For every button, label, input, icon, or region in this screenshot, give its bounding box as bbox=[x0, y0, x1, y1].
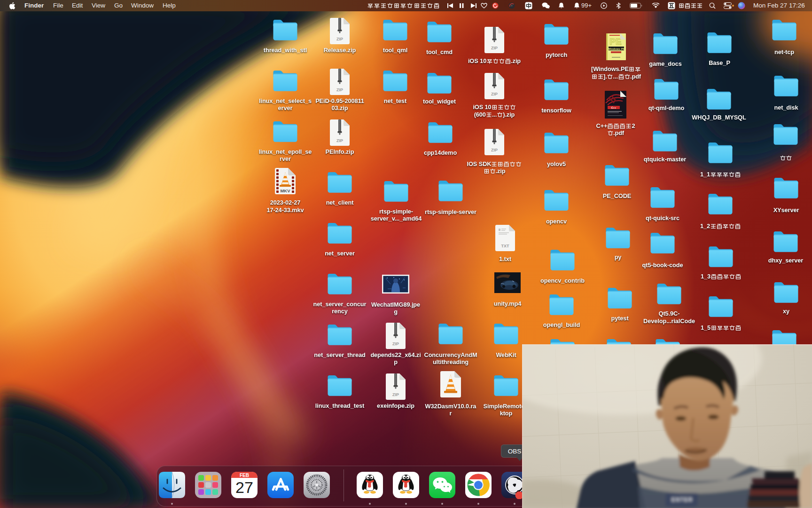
svg-text:ENTER: ENTER bbox=[671, 497, 693, 502]
svg-text:ZIP: ZIP bbox=[491, 92, 498, 96]
svg-text:Windows PE: Windows PE bbox=[608, 47, 625, 50]
svg-text:TXT: TXT bbox=[501, 244, 510, 248]
svg-text:FEB: FEB bbox=[240, 473, 249, 478]
svg-text:C++: C++ bbox=[611, 106, 616, 109]
svg-text:ZIP: ZIP bbox=[491, 46, 498, 50]
svg-text:PE: PE bbox=[609, 37, 621, 47]
svg-text:27: 27 bbox=[235, 478, 253, 496]
svg-text:MKV: MKV bbox=[280, 188, 290, 193]
svg-text:ZIP: ZIP bbox=[336, 87, 343, 92]
svg-text:ZIP: ZIP bbox=[392, 341, 399, 346]
svg-text:ZIP: ZIP bbox=[491, 148, 498, 152]
svg-text:ZIP: ZIP bbox=[392, 392, 399, 397]
svg-text:ZIP: ZIP bbox=[336, 138, 343, 143]
svg-text:ZIP: ZIP bbox=[336, 37, 343, 41]
